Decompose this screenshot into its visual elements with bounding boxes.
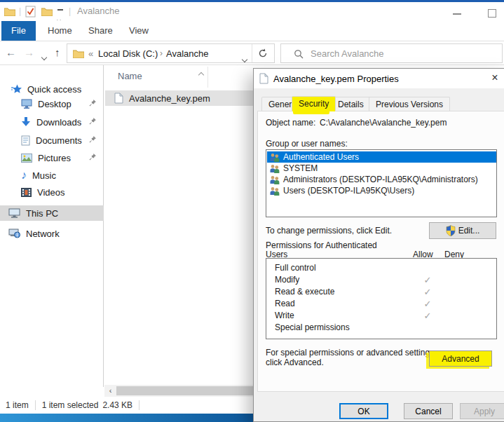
properties-check-icon[interactable]	[25, 6, 36, 18]
dialog-titlebar: Avalanche_key.pem Properties ×	[254, 69, 504, 88]
sidebar-item-pictures[interactable]: Pictures	[0, 150, 104, 165]
search-box[interactable]: Search Avalanche	[280, 43, 503, 63]
navigation-bar: ← → ↑ « Local Disk (C:) › Avalanche Sear…	[0, 42, 504, 65]
status-selected-count: 1 item selected	[42, 400, 99, 410]
back-icon[interactable]: ←	[6, 46, 16, 58]
group-row[interactable]: SYSTEM	[267, 163, 496, 174]
recent-locations-chevron-icon[interactable]	[42, 50, 46, 62]
sidebar-item-desktop[interactable]: Desktop	[0, 96, 104, 111]
desktop-icon	[21, 99, 32, 109]
object-name-value: C:\Avalanche\Avalanche_key.pem	[320, 118, 447, 128]
ribbon-tab-file[interactable]: File	[1, 21, 36, 41]
maximize-button[interactable]	[488, 9, 496, 18]
sort-ascending-icon[interactable]	[199, 67, 203, 80]
minimize-button[interactable]	[453, 13, 461, 15]
scroll-left-arrow[interactable]: ‹	[105, 386, 116, 395]
video-icon	[21, 188, 32, 197]
sidebar-item-documents[interactable]: Documents	[0, 132, 104, 148]
ribbon-tab-share[interactable]: Share	[79, 21, 123, 41]
breadcrumb-prefix: «	[88, 48, 93, 59]
group-row[interactable]: Users (DESKTOP-ILA95KQ\Users)	[267, 185, 496, 196]
properties-dialog: Avalanche_key.pem Properties × General S…	[253, 68, 504, 422]
users-icon	[269, 175, 280, 184]
scrollbar-thumb[interactable]	[116, 386, 254, 395]
users-icon	[269, 186, 280, 196]
sidebar-item-videos[interactable]: Videos	[0, 184, 104, 200]
download-arrow-icon	[21, 117, 31, 128]
explorer-titlebar: | | Avalanche	[0, 2, 504, 20]
search-placeholder: Search Avalanche	[311, 48, 384, 59]
window-folder-icon	[4, 7, 15, 16]
picture-icon	[21, 154, 32, 163]
permissions-for-label-line1: Permissions for Authenticated	[266, 240, 377, 250]
titlebar-separator: |	[19, 6, 21, 16]
allow-checkmark-icon: ✓	[417, 287, 438, 297]
tab-details[interactable]: Details	[331, 97, 371, 111]
breadcrumb-drive[interactable]: Local Disk (C:)	[98, 48, 158, 59]
file-icon	[114, 93, 123, 104]
pin-icon	[89, 135, 97, 144]
search-icon	[294, 49, 304, 59]
address-dropdown-chevron-icon[interactable]	[243, 52, 247, 64]
new-folder-icon[interactable]	[41, 7, 53, 16]
sidebar-item-downloads[interactable]: Downloads	[0, 114, 104, 130]
advanced-button[interactable]: Advanced	[429, 350, 492, 367]
column-header-name[interactable]: Name	[118, 71, 142, 81]
status-divider	[139, 400, 139, 410]
permission-name: Write	[275, 311, 294, 320]
group-user-names-label: Group or user names:	[266, 139, 348, 149]
address-folder-icon	[73, 49, 84, 58]
pin-icon	[89, 153, 97, 161]
window-title: Avalanche	[77, 6, 119, 16]
address-bar[interactable]: « Local Disk (C:) › Avalanche	[67, 43, 275, 63]
close-icon[interactable]: ×	[488, 72, 502, 84]
status-bar: 1 item 1 item selected 2.43 KB	[0, 397, 254, 414]
permission-name: Read	[275, 299, 295, 308]
sidebar-item-quick-access[interactable]: Quick access	[0, 81, 104, 97]
file-name: Avalanche_key.pem	[129, 93, 210, 104]
cancel-button[interactable]: Cancel	[404, 403, 453, 419]
dialog-title: Avalanche_key.pem Properties	[273, 74, 399, 84]
group-row[interactable]: Administrators (DESKTOP-ILA95KQ\Administ…	[267, 174, 496, 185]
advanced-hint-line1: For special permissions or advanced sett…	[266, 348, 436, 358]
navigation-pane: Quick access Desktop Downloads Documents…	[0, 65, 104, 387]
up-icon[interactable]: ↑	[55, 46, 60, 58]
tab-security[interactable]: Security	[292, 96, 336, 111]
ok-button[interactable]: OK	[339, 403, 388, 419]
permission-name: Read & execute	[275, 287, 334, 297]
computer-icon	[8, 208, 20, 218]
music-note-icon: ♪	[21, 170, 27, 180]
pin-icon	[89, 99, 97, 107]
column-divider[interactable]	[207, 67, 208, 88]
group-user-list[interactable]: Authenticated Users SYSTEM Administrator…	[266, 149, 497, 217]
sidebar-item-network[interactable]: Network	[0, 226, 104, 241]
screen: | | Avalanche File Home Share View ← → ↑	[0, 0, 504, 422]
permissions-list[interactable]: Full control Modify Read & execute Read …	[266, 258, 497, 339]
edit-button[interactable]: Edit...	[429, 222, 496, 239]
network-icon	[8, 229, 20, 238]
status-divider	[35, 400, 36, 410]
forward-icon: →	[24, 46, 34, 58]
ribbon-tabbar: File Home Share View	[0, 20, 504, 41]
ribbon-tab-view[interactable]: View	[119, 21, 158, 41]
permission-name: Special permissions	[275, 322, 350, 332]
permission-name: Modify	[275, 275, 299, 285]
titlebar-separator: |	[69, 6, 71, 16]
sidebar-item-music[interactable]: ♪ Music	[0, 168, 104, 183]
file-row[interactable]: Avalanche_key.pem	[105, 90, 254, 106]
group-row[interactable]: Authenticated Users	[267, 151, 496, 163]
edit-button-label: Edit...	[458, 226, 480, 236]
allow-checkmark-icon: ✓	[417, 275, 438, 285]
apply-button[interactable]: Apply	[460, 403, 504, 419]
tab-previous-versions[interactable]: Previous Versions	[369, 97, 450, 111]
ribbon-tab-home[interactable]: Home	[38, 21, 82, 41]
breadcrumb-folder[interactable]: Avalanche	[166, 48, 208, 59]
breadcrumb-separator: ›	[156, 48, 167, 58]
status-item-count: 1 item	[6, 400, 29, 410]
refresh-icon[interactable]	[258, 48, 268, 58]
dialog-file-icon	[259, 73, 268, 84]
allow-checkmark-icon: ✓	[417, 311, 438, 321]
permission-name: Full control	[275, 263, 316, 273]
document-icon	[21, 135, 30, 146]
sidebar-item-this-pc[interactable]: This PC	[0, 205, 104, 221]
